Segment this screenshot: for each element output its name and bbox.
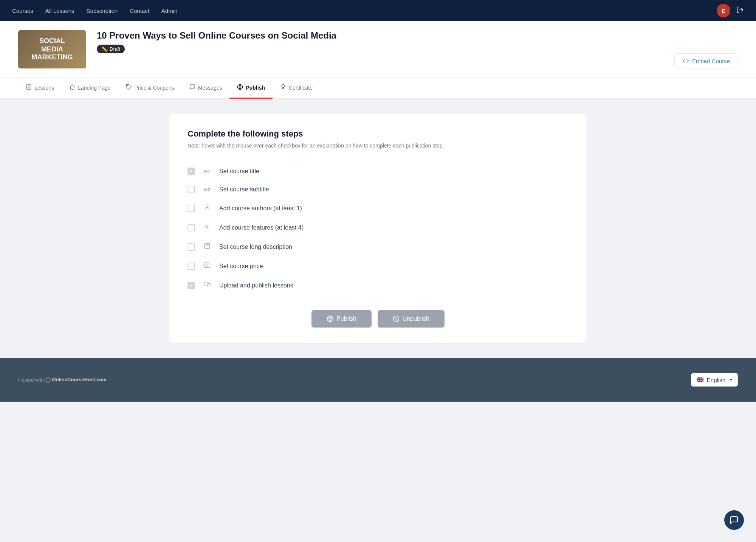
course-info: 10 Proven Ways to Sell Online Courses on… bbox=[97, 30, 664, 53]
certificate-icon bbox=[280, 84, 286, 92]
step-icon-upload bbox=[203, 281, 212, 290]
step-label-4: Add course features (at least 4) bbox=[219, 224, 304, 231]
tab-price-label: Price & Coupons bbox=[135, 85, 174, 91]
hosted-text: Hosted with bbox=[18, 377, 44, 383]
svg-line-21 bbox=[394, 317, 398, 321]
step-label-6: Set course price bbox=[219, 263, 263, 270]
draft-icon: ✏️ bbox=[101, 46, 107, 52]
landing-icon bbox=[69, 84, 75, 92]
nav-contact[interactable]: Contact bbox=[130, 8, 149, 14]
course-title: 10 Proven Ways to Sell Online Courses on… bbox=[97, 30, 664, 41]
svg-point-9 bbox=[206, 205, 208, 207]
hosted-by: Hosted with OnlineCourseHost.com bbox=[18, 377, 107, 383]
btn-row: Publish Unpublish bbox=[187, 310, 569, 328]
nav-subscription[interactable]: Subscription bbox=[87, 8, 118, 14]
language-label: English bbox=[707, 377, 725, 383]
card-note: Note: hover with the mouse over each che… bbox=[187, 143, 569, 149]
step-checkbox-7[interactable] bbox=[187, 282, 195, 289]
step-item: Set course long description bbox=[187, 237, 569, 256]
publish-globe-icon bbox=[327, 315, 333, 322]
step-checkbox-5[interactable] bbox=[187, 243, 195, 251]
step-label-7: Upload and publish lessons bbox=[219, 282, 293, 289]
svg-point-10 bbox=[206, 226, 208, 228]
tab-landing[interactable]: Landing Page bbox=[62, 78, 118, 99]
step-item: Add course authors (at least 1) bbox=[187, 199, 569, 218]
hosted-logo: OnlineCourseHost.com bbox=[45, 377, 107, 383]
nav-links: Courses All Lessons Subscription Contact… bbox=[12, 8, 717, 14]
step-item: H1 Set course title bbox=[187, 162, 569, 180]
step-icon-description bbox=[203, 242, 212, 251]
tab-certificate[interactable]: Certificate bbox=[273, 78, 320, 99]
main-content: Complete the following steps Note: hover… bbox=[151, 99, 605, 358]
unpublish-icon bbox=[393, 315, 400, 322]
svg-point-22 bbox=[46, 378, 50, 382]
footer: Hosted with OnlineCourseHost.com 🇬🇧 Engl… bbox=[0, 358, 756, 402]
svg-point-8 bbox=[282, 84, 285, 87]
draft-badge: ✏️ Draft bbox=[97, 45, 125, 53]
svg-point-5 bbox=[127, 85, 128, 86]
course-thumbnail: SOCIALMEDIAMARKETING bbox=[18, 30, 86, 68]
tab-lessons-label: Lessons bbox=[34, 85, 54, 91]
step-checkbox-6[interactable] bbox=[187, 262, 195, 270]
tab-publish[interactable]: Publish bbox=[229, 78, 273, 99]
lessons-icon bbox=[26, 84, 32, 92]
language-selector[interactable]: 🇬🇧 English ▾ bbox=[691, 373, 738, 387]
tab-publish-label: Publish bbox=[246, 85, 265, 91]
navbar: Courses All Lessons Subscription Contact… bbox=[0, 0, 756, 21]
course-header: SOCIALMEDIAMARKETING 10 Proven Ways to S… bbox=[0, 21, 756, 78]
nav-right: E bbox=[717, 4, 744, 17]
publish-icon bbox=[237, 84, 243, 92]
step-list: H1 Set course title H2 Set course subtit… bbox=[187, 162, 569, 295]
chat-button[interactable] bbox=[724, 510, 744, 530]
embed-label: Embed Course bbox=[692, 58, 730, 64]
nav-all-lessons[interactable]: All Lessons bbox=[45, 8, 74, 14]
tab-messages[interactable]: Messages bbox=[182, 78, 230, 99]
publish-button[interactable]: Publish bbox=[311, 310, 371, 328]
publish-card: Complete the following steps Note: hover… bbox=[169, 114, 587, 343]
unpublish-button[interactable]: Unpublish bbox=[378, 310, 445, 328]
chat-icon bbox=[730, 516, 739, 525]
user-avatar[interactable]: E bbox=[717, 4, 730, 17]
embed-course-button[interactable]: Embed Course bbox=[674, 53, 738, 68]
step-icon-price bbox=[203, 262, 212, 270]
step-item: Add course features (at least 4) bbox=[187, 218, 569, 237]
code-icon bbox=[682, 57, 689, 64]
step-item: H2 Set course subtitle bbox=[187, 180, 569, 199]
step-label-3: Add course authors (at least 1) bbox=[219, 205, 302, 212]
step-icon-features bbox=[203, 223, 212, 232]
thumbnail-text: SOCIALMEDIAMARKETING bbox=[29, 34, 76, 65]
logout-button[interactable] bbox=[736, 6, 744, 16]
publish-btn-label: Publish bbox=[336, 315, 356, 322]
step-label-2: Set course subtitle bbox=[219, 186, 269, 193]
draft-label: Draft bbox=[110, 46, 120, 52]
nav-courses[interactable]: Courses bbox=[12, 8, 33, 14]
step-checkbox-4[interactable] bbox=[187, 224, 195, 231]
step-checkbox-1[interactable] bbox=[187, 168, 195, 175]
price-icon bbox=[126, 84, 132, 92]
tabs-bar: Lessons Landing Page Price & Coupons Mes… bbox=[0, 78, 756, 99]
step-icon-h2: H2 bbox=[203, 187, 212, 193]
step-checkbox-2[interactable] bbox=[187, 186, 195, 193]
language-flag: 🇬🇧 bbox=[697, 376, 704, 383]
tab-landing-label: Landing Page bbox=[78, 85, 110, 91]
hosted-name: OnlineCourseHost.com bbox=[52, 377, 107, 382]
step-label-5: Set course long description bbox=[219, 244, 292, 250]
tab-price[interactable]: Price & Coupons bbox=[118, 78, 182, 99]
tab-lessons[interactable]: Lessons bbox=[18, 78, 62, 99]
chevron-down-icon: ▾ bbox=[730, 377, 732, 382]
step-icon-h1: H1 bbox=[203, 169, 212, 174]
step-item: Set course price bbox=[187, 256, 569, 276]
unpublish-btn-label: Unpublish bbox=[403, 315, 429, 322]
messages-icon bbox=[189, 84, 195, 92]
tab-certificate-label: Certificate bbox=[289, 85, 313, 91]
footer-bottom: Hosted with OnlineCourseHost.com 🇬🇧 Engl… bbox=[18, 373, 738, 387]
nav-admin[interactable]: Admin bbox=[161, 8, 178, 14]
tab-messages-label: Messages bbox=[198, 85, 222, 91]
step-icon-author bbox=[203, 204, 212, 213]
step-checkbox-3[interactable] bbox=[187, 205, 195, 212]
step-item: Upload and publish lessons bbox=[187, 276, 569, 295]
card-title: Complete the following steps bbox=[187, 129, 569, 139]
step-label-1: Set course title bbox=[219, 168, 259, 175]
